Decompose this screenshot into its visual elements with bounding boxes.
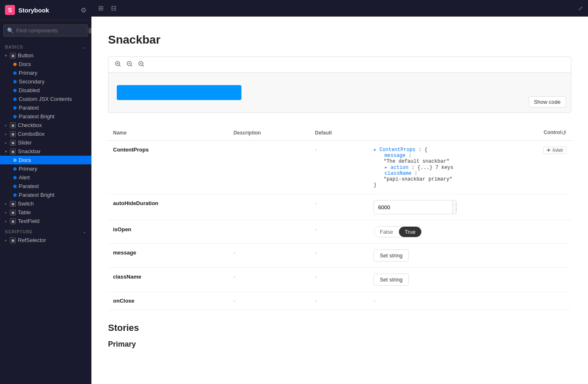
chevron-right-icon: ▸ [5,219,7,223]
blue-dot-icon [13,176,17,179]
col-default: Default [310,125,369,141]
prop-description [229,141,310,194]
sidebar-item-label: Slider [18,139,32,146]
table-row: onClose - - - [108,292,571,310]
search-input[interactable] [16,27,86,34]
table-row: isOpen - False True [108,220,571,244]
topbar: ⊞ ⊟ ⤢ [91,0,588,17]
sidebar-item-snackbar-alert[interactable]: Alert [0,173,91,182]
set-string-button[interactable]: Set string [374,274,409,286]
sidebar-item-label: Alert [19,174,30,181]
sidebar-item-label: Snackbar [18,148,41,154]
sidebar-item-snackbar-paratext[interactable]: Paratext [0,182,91,191]
main-content: ⊞ ⊟ ⤢ Snackbar [91,0,588,384]
sidebar-item-label: Paratext [19,105,39,111]
col-description: Description [229,125,310,141]
prop-default: - [315,298,317,304]
blue-dot-icon [13,159,17,162]
blue-dot-icon [13,115,17,118]
blue-dot-icon [13,89,17,92]
sidebar-item-checkbox[interactable]: ▸ ▣ Checkbox [0,121,91,130]
group-icon: ▣ [10,53,16,59]
zoom-in-icon [115,61,121,67]
sidebar-logo: S Storybook [5,5,49,15]
group-icon: ▣ [10,140,16,146]
svg-point-9 [140,63,142,64]
sidebar-item-label: Paratext Bright [19,192,54,198]
sidebar-item-button[interactable]: ▾ ▣ Button [0,51,91,60]
prop-name: autoHideDuration [113,200,158,206]
sidebar-item-switch[interactable]: ▸ ▣ Switch [0,199,91,208]
boolean-control: False True [374,226,422,237]
sidebar-item-label: Disabled [19,87,40,93]
group-icon: ▣ [10,131,16,137]
decrement-button[interactable]: ▼ [453,207,457,214]
col-name: Name [108,125,229,141]
raw-button[interactable]: 👁 RAW [543,147,566,154]
sidebar-item-label: Paratext Bright [19,113,54,120]
sidebar-item-button-paratext[interactable]: Paratext [0,103,91,112]
number-input[interactable] [374,202,452,213]
sidebar-item-label: Button [18,52,34,59]
chevron-right-icon: ▸ [5,132,7,136]
prop-default: - [315,147,317,153]
group-icon: ▣ [10,149,16,154]
group-icon: ▣ [10,237,16,243]
zoom-reset-icon [138,61,144,67]
sidebar-item-refselector[interactable]: ▸ ▣ RefSelector [0,236,91,245]
sidebar-item-button-secondary[interactable]: Secondary [0,77,91,86]
chevron-right-icon: ▸ [5,141,7,145]
reset-icon[interactable]: ↺ [561,130,566,136]
sidebar-item-button-docs[interactable]: Docs [0,60,91,68]
zoom-in-button[interactable] [113,60,123,69]
sidebar-item-button-paratext-bright[interactable]: Paratext Bright [0,112,91,121]
zoom-out-button[interactable] [125,60,134,69]
sidebar-header: S Storybook ⚙ [0,0,91,20]
eye-icon: 👁 [546,148,551,153]
gear-icon[interactable]: ⚙ [81,6,86,14]
prop-description: - [234,249,235,256]
sidebar-item-slider[interactable]: ▸ ▣ Slider [0,138,91,147]
increment-button[interactable]: ▲ [453,201,457,207]
prop-name: isOpen [113,226,131,232]
sidebar-item-snackbar[interactable]: ▾ ▣ Snackbar [0,147,91,156]
sidebar-item-table[interactable]: ▸ ▣ Table [0,208,91,217]
prop-control: Set string [369,268,571,292]
chevron-right-icon: ▸ [5,210,7,215]
prop-default: - [315,274,317,280]
prop-control: 👁 RAW ▸ ContentProps : { message : "The … [369,141,571,194]
table-row: message - - Set string [108,244,571,268]
sidebar-item-snackbar-docs[interactable]: Docs [0,156,91,164]
blue-dot-icon [13,98,17,101]
table-row: autoHideDuration - ▲ ▼ [108,194,571,220]
blue-dot-icon [13,80,17,83]
blue-dot-icon [13,106,17,110]
expand-icon[interactable]: ⤢ [578,5,583,12]
prop-default: - [315,249,317,256]
search-box[interactable]: 🔍 / [3,24,88,37]
primary-story-title: Primary [108,340,571,349]
docs-view-icon[interactable]: ⊟ [109,2,118,14]
sidebar-item-label: Paratext [19,183,39,189]
page-title: Snackbar [108,33,571,46]
logo-icon: S [5,5,15,15]
show-code-button[interactable]: Show code [529,96,566,108]
true-button[interactable]: True [399,227,421,237]
false-button[interactable]: False [374,227,399,237]
sidebar-item-button-custom-jsx[interactable]: Custom JSX Contents [0,95,91,103]
prop-default: - [315,226,317,232]
sidebar-item-button-disabled[interactable]: Disabled [0,86,91,95]
zoom-reset-button[interactable] [137,60,146,69]
sidebar-item-snackbar-primary[interactable]: Primary [0,164,91,173]
blue-dot-icon [13,71,17,75]
sidebar-item-textfield[interactable]: ▸ ▣ TextField [0,217,91,225]
sidebar-item-snackbar-paratext-bright[interactable]: Paratext Bright [0,191,91,199]
set-string-button[interactable]: Set string [374,249,409,262]
chevron-right-icon: ▸ [5,123,7,127]
prop-control-dash: - [374,298,375,304]
sidebar-item-combobox[interactable]: ▸ ▣ ComboBox [0,130,91,138]
prop-control: Set string [369,244,571,268]
sidebar-item-button-primary[interactable]: Primary [0,68,91,77]
component-view-icon[interactable]: ⊞ [96,2,105,14]
prop-name: onClose [113,298,134,304]
